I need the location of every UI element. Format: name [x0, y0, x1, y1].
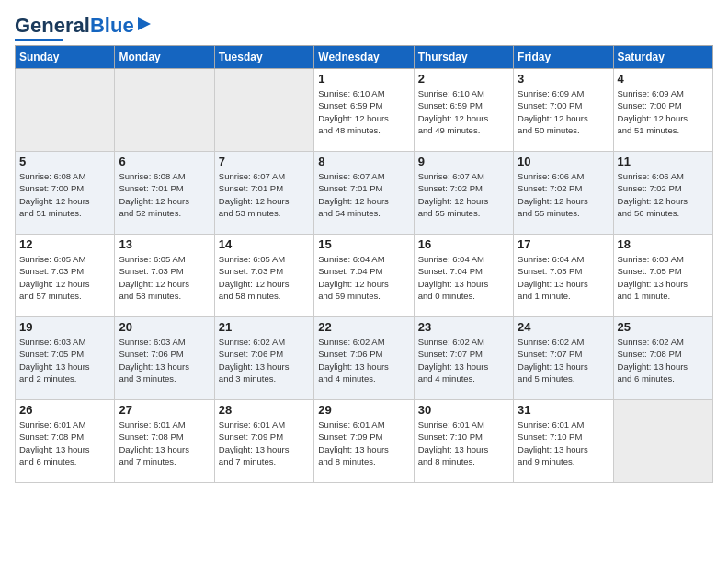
day-info: Sunrise: 6:09 AM Sunset: 7:00 PM Dayligh… — [518, 87, 609, 136]
logo-text: GeneralBlue — [15, 15, 134, 37]
day-info: Sunrise: 6:08 AM Sunset: 7:00 PM Dayligh… — [19, 170, 110, 219]
day-number: 27 — [119, 403, 210, 417]
calendar-cell: 27Sunrise: 6:01 AM Sunset: 7:08 PM Dayli… — [115, 400, 214, 483]
day-number: 2 — [418, 72, 509, 86]
calendar-cell: 14Sunrise: 6:05 AM Sunset: 7:03 PM Dayli… — [214, 235, 313, 317]
day-number: 17 — [518, 237, 609, 251]
day-number: 5 — [19, 155, 110, 168]
calendar-cell: 23Sunrise: 6:02 AM Sunset: 7:07 PM Dayli… — [414, 317, 513, 400]
day-info: Sunrise: 6:02 AM Sunset: 7:07 PM Dayligh… — [518, 336, 609, 385]
day-number: 1 — [318, 72, 409, 86]
day-info: Sunrise: 6:09 AM Sunset: 7:00 PM Dayligh… — [618, 87, 709, 136]
calendar-cell: 18Sunrise: 6:03 AM Sunset: 7:05 PM Dayli… — [613, 235, 712, 317]
day-info: Sunrise: 6:05 AM Sunset: 7:03 PM Dayligh… — [219, 253, 310, 302]
calendar-cell: 22Sunrise: 6:02 AM Sunset: 7:06 PM Dayli… — [314, 317, 414, 400]
calendar-cell: 2Sunrise: 6:10 AM Sunset: 6:59 PM Daylig… — [414, 69, 513, 152]
day-number: 26 — [19, 403, 110, 417]
calendar-cell: 11Sunrise: 6:06 AM Sunset: 7:02 PM Dayli… — [613, 152, 712, 235]
day-number: 31 — [518, 403, 609, 417]
day-info: Sunrise: 6:07 AM Sunset: 7:02 PM Dayligh… — [418, 170, 509, 219]
day-info: Sunrise: 6:01 AM Sunset: 7:08 PM Dayligh… — [19, 419, 110, 467]
day-number: 8 — [318, 155, 409, 168]
day-info: Sunrise: 6:02 AM Sunset: 7:06 PM Dayligh… — [318, 336, 409, 385]
day-number: 21 — [219, 320, 310, 334]
day-info: Sunrise: 6:01 AM Sunset: 7:09 PM Dayligh… — [219, 419, 310, 467]
calendar-cell: 16Sunrise: 6:04 AM Sunset: 7:04 PM Dayli… — [414, 235, 513, 317]
day-number: 23 — [418, 320, 509, 334]
day-info: Sunrise: 6:10 AM Sunset: 6:59 PM Dayligh… — [418, 87, 509, 136]
day-number: 11 — [618, 155, 709, 168]
logo: GeneralBlue — [15, 15, 153, 41]
calendar-cell: 26Sunrise: 6:01 AM Sunset: 7:08 PM Dayli… — [16, 400, 115, 483]
calendar-cell — [214, 69, 313, 152]
day-info: Sunrise: 6:02 AM Sunset: 7:07 PM Dayligh… — [418, 336, 509, 385]
calendar-cell: 1Sunrise: 6:10 AM Sunset: 6:59 PM Daylig… — [314, 69, 414, 152]
day-number: 20 — [119, 320, 210, 334]
calendar-cell: 19Sunrise: 6:03 AM Sunset: 7:05 PM Dayli… — [16, 317, 115, 400]
calendar-week-4: 19Sunrise: 6:03 AM Sunset: 7:05 PM Dayli… — [16, 317, 713, 400]
day-info: Sunrise: 6:03 AM Sunset: 7:05 PM Dayligh… — [618, 253, 709, 302]
day-number: 4 — [618, 72, 709, 86]
day-info: Sunrise: 6:08 AM Sunset: 7:01 PM Dayligh… — [119, 170, 210, 219]
calendar-cell: 6Sunrise: 6:08 AM Sunset: 7:01 PM Daylig… — [115, 152, 214, 235]
day-info: Sunrise: 6:01 AM Sunset: 7:09 PM Dayligh… — [318, 419, 409, 467]
day-number: 30 — [418, 403, 509, 417]
calendar-cell: 29Sunrise: 6:01 AM Sunset: 7:09 PM Dayli… — [314, 400, 414, 483]
weekday-header-row: SundayMondayTuesdayWednesdayThursdayFrid… — [16, 46, 713, 69]
weekday-wednesday: Wednesday — [314, 46, 414, 69]
day-info: Sunrise: 6:06 AM Sunset: 7:02 PM Dayligh… — [618, 170, 709, 219]
day-number: 28 — [219, 403, 310, 417]
day-number: 7 — [219, 155, 310, 168]
day-info: Sunrise: 6:02 AM Sunset: 7:08 PM Dayligh… — [618, 336, 709, 385]
day-info: Sunrise: 6:06 AM Sunset: 7:02 PM Dayligh… — [518, 170, 609, 219]
day-number: 12 — [19, 237, 110, 251]
day-number: 25 — [618, 320, 709, 334]
day-number: 24 — [518, 320, 609, 334]
calendar-week-2: 5Sunrise: 6:08 AM Sunset: 7:00 PM Daylig… — [16, 152, 713, 235]
day-number: 9 — [418, 155, 509, 168]
weekday-tuesday: Tuesday — [214, 46, 313, 69]
svg-marker-0 — [138, 17, 151, 30]
logo-arrow-icon — [136, 16, 153, 32]
calendar-cell: 31Sunrise: 6:01 AM Sunset: 7:10 PM Dayli… — [514, 400, 613, 483]
day-info: Sunrise: 6:01 AM Sunset: 7:10 PM Dayligh… — [518, 419, 609, 467]
calendar-cell: 21Sunrise: 6:02 AM Sunset: 7:06 PM Dayli… — [214, 317, 313, 400]
day-number: 18 — [618, 237, 709, 251]
day-number: 15 — [318, 237, 409, 251]
day-number: 13 — [119, 237, 210, 251]
weekday-saturday: Saturday — [613, 46, 712, 69]
logo-underline — [15, 39, 63, 41]
weekday-friday: Friday — [514, 46, 613, 69]
weekday-sunday: Sunday — [16, 46, 115, 69]
calendar-cell: 15Sunrise: 6:04 AM Sunset: 7:04 PM Dayli… — [314, 235, 414, 317]
day-number: 16 — [418, 237, 509, 251]
calendar-cell: 4Sunrise: 6:09 AM Sunset: 7:00 PM Daylig… — [613, 69, 712, 152]
day-info: Sunrise: 6:04 AM Sunset: 7:05 PM Dayligh… — [518, 253, 609, 302]
calendar-cell: 17Sunrise: 6:04 AM Sunset: 7:05 PM Dayli… — [514, 235, 613, 317]
day-info: Sunrise: 6:02 AM Sunset: 7:06 PM Dayligh… — [219, 336, 310, 385]
day-number: 22 — [318, 320, 409, 334]
calendar-cell: 25Sunrise: 6:02 AM Sunset: 7:08 PM Dayli… — [613, 317, 712, 400]
calendar-cell: 9Sunrise: 6:07 AM Sunset: 7:02 PM Daylig… — [414, 152, 513, 235]
calendar-cell: 13Sunrise: 6:05 AM Sunset: 7:03 PM Dayli… — [115, 235, 214, 317]
day-info: Sunrise: 6:07 AM Sunset: 7:01 PM Dayligh… — [318, 170, 409, 219]
calendar-week-5: 26Sunrise: 6:01 AM Sunset: 7:08 PM Dayli… — [16, 400, 713, 483]
day-info: Sunrise: 6:01 AM Sunset: 7:10 PM Dayligh… — [418, 419, 509, 467]
calendar-cell: 5Sunrise: 6:08 AM Sunset: 7:00 PM Daylig… — [16, 152, 115, 235]
day-number: 29 — [318, 403, 409, 417]
weekday-thursday: Thursday — [414, 46, 513, 69]
calendar-week-3: 12Sunrise: 6:05 AM Sunset: 7:03 PM Dayli… — [16, 235, 713, 317]
day-info: Sunrise: 6:10 AM Sunset: 6:59 PM Dayligh… — [318, 87, 409, 136]
calendar-cell: 10Sunrise: 6:06 AM Sunset: 7:02 PM Dayli… — [514, 152, 613, 235]
day-number: 10 — [518, 155, 609, 168]
calendar-table: SundayMondayTuesdayWednesdayThursdayFrid… — [15, 45, 713, 483]
day-info: Sunrise: 6:07 AM Sunset: 7:01 PM Dayligh… — [219, 170, 310, 219]
day-info: Sunrise: 6:05 AM Sunset: 7:03 PM Dayligh… — [119, 253, 210, 302]
calendar-cell: 8Sunrise: 6:07 AM Sunset: 7:01 PM Daylig… — [314, 152, 414, 235]
day-info: Sunrise: 6:01 AM Sunset: 7:08 PM Dayligh… — [119, 419, 210, 467]
day-number: 3 — [518, 72, 609, 86]
calendar-cell: 3Sunrise: 6:09 AM Sunset: 7:00 PM Daylig… — [514, 69, 613, 152]
calendar-cell — [16, 69, 115, 152]
calendar-cell: 7Sunrise: 6:07 AM Sunset: 7:01 PM Daylig… — [214, 152, 313, 235]
day-info: Sunrise: 6:04 AM Sunset: 7:04 PM Dayligh… — [318, 253, 409, 302]
